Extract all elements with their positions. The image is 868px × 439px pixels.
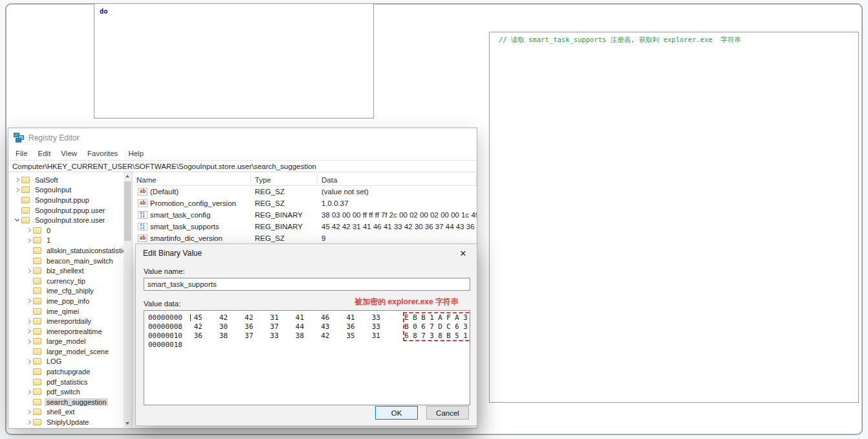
hex-byte[interactable]: 42: [194, 322, 219, 332]
decompiler-panel-right: // 读取 smart_task_supports 注册表, 获取到 explo…: [489, 32, 859, 403]
hex-byte[interactable]: 31: [270, 313, 296, 322]
chevron-right-icon[interactable]: [24, 320, 33, 323]
hex-byte[interactable]: 30: [219, 322, 244, 332]
tree-item[interactable]: currency_tip: [8, 276, 124, 286]
value-row[interactable]: 01 10smart_task_configREG_BINARY38 03 00…: [133, 209, 477, 221]
ok-button[interactable]: OK: [375, 406, 418, 420]
chevron-right-icon[interactable]: [24, 421, 33, 424]
tree-item-label: imereportdaily: [45, 317, 93, 325]
close-icon[interactable]: ✕: [450, 244, 477, 262]
scroll-down-icon[interactable]: [124, 419, 132, 427]
hex-byte[interactable]: 38: [219, 332, 244, 341]
folder-icon: [33, 298, 41, 304]
hex-byte[interactable]: 42: [244, 313, 270, 322]
tree-item-label: SogouInput.ppup: [33, 196, 91, 204]
tree-item[interactable]: pdf_statistics: [8, 377, 124, 387]
hex-byte[interactable]: 46: [321, 313, 346, 322]
hex-byte[interactable]: 35: [346, 332, 371, 341]
chevron-right-icon[interactable]: [24, 390, 33, 394]
dialog-body: Value name: Value data: 被加密的 explorer.ex…: [136, 262, 477, 405]
menu-item-view[interactable]: View: [56, 150, 82, 157]
window-title: Registry Editor: [28, 133, 80, 142]
menu-item-help[interactable]: Help: [123, 150, 149, 157]
hex-editor[interactable]: 000000004542423141464133EBB1AFA300000008…: [144, 310, 470, 405]
cancel-button[interactable]: Cancel: [426, 406, 469, 420]
hex-byte[interactable]: 36: [194, 332, 219, 341]
column-header-name[interactable]: Name: [133, 174, 251, 186]
hex-byte[interactable]: 45: [194, 313, 219, 322]
value-row[interactable]: 01 10smart_task_supportsREG_BINARY45 42 …: [133, 221, 477, 232]
chevron-right-icon[interactable]: [24, 360, 33, 363]
tree-item[interactable]: ShiplyUpdate: [8, 417, 124, 427]
scrollbar-thumb[interactable]: [124, 181, 131, 241]
value-row[interactable]: ab(Default)REG_SZ(value not set): [133, 186, 477, 197]
hex-byte[interactable]: 41: [346, 313, 371, 322]
chevron-right-icon[interactable]: [24, 411, 33, 414]
tree-item[interactable]: SogouInput.ppup.user: [8, 205, 124, 216]
tree-item[interactable]: shell_ext: [8, 407, 124, 418]
chevron-down-icon[interactable]: [12, 220, 21, 221]
tree-item[interactable]: ime_qimei: [8, 306, 124, 317]
hex-byte[interactable]: 33: [372, 313, 397, 322]
hex-byte[interactable]: 37: [270, 322, 296, 332]
tree-item[interactable]: pdf_switch: [8, 387, 124, 397]
hex-byte[interactable]: 36: [244, 322, 270, 332]
dialog-buttons: OK Cancel: [375, 406, 469, 420]
tree-item[interactable]: imereportdaily: [8, 316, 124, 326]
tree-item[interactable]: beacon_main_switch: [8, 256, 124, 266]
folder-icon: [33, 227, 41, 234]
tree-item[interactable]: biz_shellext: [8, 265, 124, 276]
hex-byte[interactable]: 41: [296, 313, 321, 322]
tree-item[interactable]: ime_pop_info: [8, 296, 124, 306]
hex-byte[interactable]: 36: [346, 322, 371, 332]
tree-item[interactable]: 0: [8, 225, 124, 236]
tree-item[interactable]: 1: [8, 236, 124, 246]
column-header-type[interactable]: Type: [251, 174, 318, 186]
tree-item[interactable]: large_model_scene: [8, 346, 124, 357]
address-bar[interactable]: Computer\HKEY_CURRENT_USER\SOFTWARE\Sogo…: [8, 160, 477, 172]
chevron-right-icon[interactable]: [24, 239, 33, 242]
value-data: (value not set): [318, 188, 477, 196]
value-row[interactable]: absmartinfo_dic_versionREG_SZ9: [133, 232, 477, 244]
chevron-right-icon[interactable]: [24, 269, 33, 273]
hex-byte[interactable]: 43: [321, 322, 346, 332]
chevron-right-icon[interactable]: [12, 188, 21, 192]
tree-item[interactable]: LOG: [8, 357, 124, 367]
folder-icon: [33, 358, 41, 365]
chevron-right-icon[interactable]: [24, 330, 33, 333]
chevron-right-icon[interactable]: [24, 299, 33, 302]
hex-byte[interactable]: 33: [270, 332, 296, 341]
value-name: smart_task_config: [150, 211, 210, 219]
tree-item[interactable]: SogouInput: [8, 185, 124, 196]
folder-icon: [33, 379, 41, 385]
tree-item[interactable]: search_suggestion: [8, 397, 124, 407]
tree-scrollbar[interactable]: [124, 172, 132, 427]
hex-byte[interactable]: 38: [296, 332, 321, 341]
tree-item[interactable]: SogouInput.store.user: [8, 215, 124, 225]
chevron-right-icon[interactable]: [24, 340, 33, 343]
tree-item[interactable]: imereportrealtime: [8, 326, 124, 337]
column-header-data[interactable]: Data: [318, 174, 477, 186]
hex-byte[interactable]: 42: [321, 332, 346, 341]
tree-item[interactable]: large_model: [8, 337, 124, 347]
menu-item-edit[interactable]: Edit: [33, 150, 56, 157]
tree-item[interactable]: ime_cfg_shiply: [8, 286, 124, 297]
value-row[interactable]: abPromotion_config_versionREG_SZ1.0.0.37: [133, 197, 477, 209]
menu-item-favorites[interactable]: Favorites: [82, 150, 123, 157]
scroll-up-icon[interactable]: [124, 172, 132, 181]
tree-item[interactable]: allskin_statusiconstatistics: [8, 245, 124, 256]
hex-byte[interactable]: 37: [244, 332, 270, 341]
chevron-right-icon[interactable]: [24, 229, 33, 232]
value-name-cell: 01 10smart_task_supports: [133, 223, 251, 231]
tree-item[interactable]: SalSoft: [8, 175, 124, 185]
hex-byte[interactable]: 44: [296, 322, 321, 332]
chevron-right-icon[interactable]: [12, 178, 21, 181]
hex-byte[interactable]: 33: [372, 322, 397, 332]
tree-item[interactable]: patchupgrade: [8, 366, 124, 377]
hex-byte[interactable]: 31: [372, 332, 397, 341]
menu-item-file[interactable]: File: [10, 150, 33, 157]
tree-item-label: allskin_statusiconstatistics: [45, 247, 124, 254]
value-name-field[interactable]: [144, 278, 470, 291]
tree-item[interactable]: SogouInput.ppup: [8, 195, 124, 205]
hex-byte[interactable]: 42: [219, 313, 244, 322]
